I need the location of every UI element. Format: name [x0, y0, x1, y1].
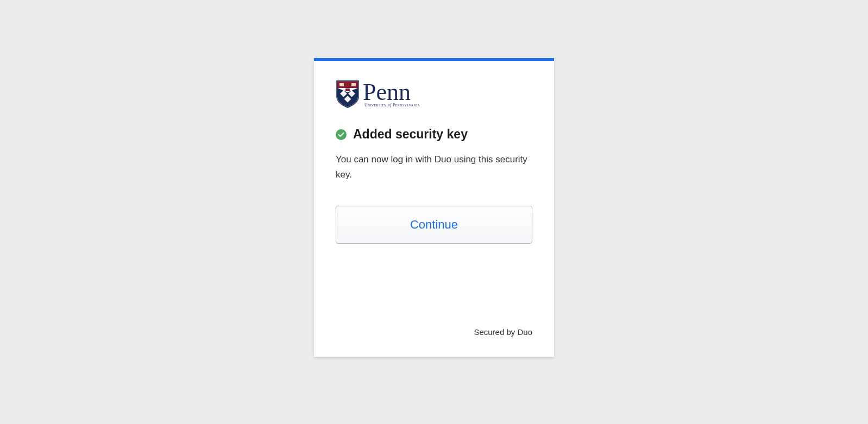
penn-logo-icon: Penn UNIVERSITY of PENNSYLVANIA [336, 78, 433, 110]
heading-row: Added security key [336, 127, 532, 142]
svg-rect-2 [351, 83, 356, 86]
description-text: You can now log in with Duo using this s… [336, 152, 532, 183]
svg-rect-1 [339, 83, 344, 86]
page-heading: Added security key [353, 127, 468, 142]
org-logo: Penn UNIVERSITY of PENNSYLVANIA [336, 78, 532, 112]
success-check-icon [336, 129, 347, 140]
svg-rect-6 [345, 88, 350, 91]
auth-card: Penn UNIVERSITY of PENNSYLVANIA Added se… [314, 58, 554, 357]
continue-button[interactable]: Continue [336, 206, 532, 244]
svg-point-9 [336, 129, 347, 140]
card-content: Penn UNIVERSITY of PENNSYLVANIA Added se… [314, 61, 554, 327]
svg-text:Penn: Penn [363, 79, 411, 105]
card-footer: Secured by Duo [314, 327, 554, 357]
secured-by-text: Secured by Duo [474, 327, 532, 337]
svg-text:UNIVERSITY of PENNSYLVANIA: UNIVERSITY of PENNSYLVANIA [364, 103, 420, 107]
